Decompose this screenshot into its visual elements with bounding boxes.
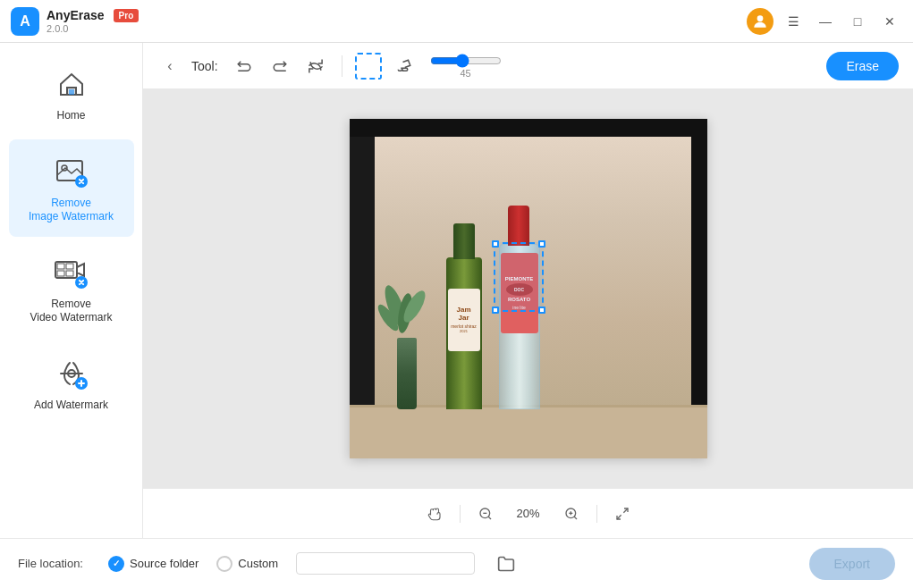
zoom-out-button[interactable]: [471, 500, 500, 528]
plant-element: [381, 284, 430, 409]
back-button[interactable]: ‹: [157, 54, 182, 79]
svg-line-21: [623, 508, 628, 513]
rect-select-tool[interactable]: [355, 53, 382, 80]
svg-line-18: [574, 517, 577, 519]
sidebar: Home RemoveImage Watermark: [0, 43, 143, 538]
tool-label: Tool:: [191, 59, 218, 73]
svg-point-0: [757, 15, 764, 21]
toolbar: ‹ Tool: 45 Erase: [143, 43, 913, 89]
sidebar-item-add-watermark-label: Add Watermark: [34, 399, 108, 413]
titlebar: A AnyErase Pro 2.0.0 ☰ — □ ✕: [0, 0, 913, 43]
redo-button[interactable]: [266, 53, 293, 80]
toolbar-separator-1: [342, 55, 342, 77]
undo-button[interactable]: [231, 53, 258, 80]
svg-rect-2: [69, 89, 74, 95]
pan-tool-button[interactable]: [420, 500, 449, 528]
titlebar-controls: ☰ — □ ✕: [747, 8, 902, 35]
size-slider-container: 45: [430, 54, 502, 79]
custom-path-input[interactable]: [296, 552, 475, 575]
sidebar-item-remove-image-watermark[interactable]: RemoveImage Watermark: [9, 139, 134, 237]
remove-image-watermark-icon: [52, 152, 91, 191]
brush-tool[interactable]: [391, 53, 418, 80]
minimize-button[interactable]: —: [813, 9, 838, 34]
svg-rect-7: [57, 264, 64, 269]
clear-bottle: PIEMONTE DOC ROSATO ine lite: [495, 204, 544, 409]
custom-option[interactable]: Custom: [216, 556, 278, 572]
zoom-sep-1: [460, 505, 461, 523]
custom-radio[interactable]: [216, 556, 232, 572]
content-area: ‹ Tool: 45 Erase: [143, 43, 913, 538]
menu-button[interactable]: ☰: [781, 9, 806, 34]
footer: File location: Source folder Custom Expo…: [0, 538, 913, 588]
source-folder-radio[interactable]: [108, 556, 124, 572]
size-slider[interactable]: [430, 54, 502, 68]
image-container: JamJar merlot shiraz 2021 PIEMONTE: [350, 119, 707, 458]
sidebar-item-home-label: Home: [56, 109, 85, 123]
source-folder-option[interactable]: Source folder: [108, 556, 199, 572]
green-bottle: JamJar merlot shiraz 2021: [442, 222, 486, 409]
zoom-in-button[interactable]: [557, 500, 586, 528]
canvas-area[interactable]: JamJar merlot shiraz 2021 PIEMONTE: [143, 89, 913, 488]
sidebar-item-remove-video-watermark[interactable]: RemoveVideo Watermark: [9, 240, 134, 338]
svg-rect-10: [66, 271, 73, 276]
fullscreen-button[interactable]: [608, 500, 637, 528]
custom-label: Custom: [238, 557, 278, 570]
svg-line-22: [617, 515, 621, 519]
home-icon: [52, 64, 91, 104]
remove-video-watermark-icon: [52, 253, 91, 292]
rotate-button[interactable]: [302, 53, 329, 80]
file-location-label: File location:: [18, 557, 83, 570]
sidebar-item-remove-video-watermark-label: RemoveVideo Watermark: [30, 298, 112, 325]
user-avatar[interactable]: [747, 8, 774, 35]
app-version: 2.0.0: [46, 23, 139, 34]
browse-folder-button[interactable]: [493, 550, 520, 577]
app-name-container: AnyErase Pro 2.0.0: [46, 8, 139, 34]
zoom-sep-2: [596, 505, 597, 523]
maximize-button[interactable]: □: [845, 9, 870, 34]
size-value: 45: [460, 68, 470, 79]
export-button[interactable]: Export: [809, 548, 895, 580]
svg-line-15: [488, 517, 491, 519]
app-logo: A: [11, 7, 39, 36]
main-image: JamJar merlot shiraz 2021 PIEMONTE: [350, 119, 707, 458]
pro-badge: Pro: [114, 9, 139, 22]
svg-rect-9: [57, 271, 64, 276]
source-folder-label: Source folder: [130, 557, 199, 570]
main-layout: Home RemoveImage Watermark: [0, 43, 913, 538]
svg-rect-8: [66, 264, 73, 269]
sidebar-item-remove-image-watermark-label: RemoveImage Watermark: [29, 197, 114, 224]
sidebar-item-home[interactable]: Home: [9, 52, 134, 136]
zoom-controls: 20%: [143, 488, 913, 538]
close-button[interactable]: ✕: [877, 9, 902, 34]
add-watermark-icon: [52, 354, 91, 393]
zoom-value: 20%: [511, 507, 546, 520]
app-name: AnyErase: [46, 8, 105, 23]
sidebar-item-add-watermark[interactable]: Add Watermark: [9, 341, 134, 425]
erase-button[interactable]: Erase: [826, 52, 899, 80]
